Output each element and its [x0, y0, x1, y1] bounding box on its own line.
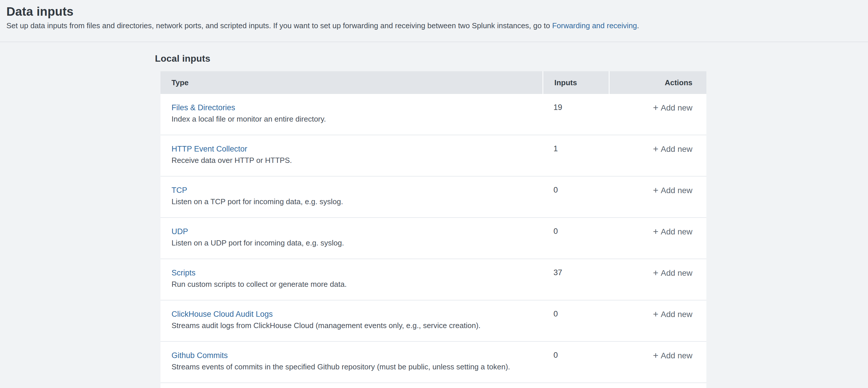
- table-row: ClickHouse Cloud Audit Logs Streams audi…: [160, 300, 706, 342]
- table-row-partial: [160, 383, 706, 388]
- plus-icon: +: [653, 350, 658, 361]
- type-cell: Github Commits Streams events of commits…: [160, 342, 542, 383]
- actions-cell: +Add new: [609, 300, 706, 341]
- type-link[interactable]: Scripts: [172, 268, 196, 277]
- table-row: Github Commits Streams events of commits…: [160, 342, 706, 383]
- row-description: Streams audit logs from ClickHouse Cloud…: [172, 321, 542, 330]
- inputs-count: 19: [542, 94, 609, 135]
- type-cell: Scripts Run custom scripts to collect or…: [160, 259, 542, 300]
- table-row: HTTP Event Collector Receive data over H…: [160, 135, 706, 177]
- table-row: Files & Directories Index a local file o…: [160, 94, 706, 135]
- subtitle-text: Set up data inputs from files and direct…: [6, 21, 552, 30]
- actions-cell: +Add new: [609, 135, 706, 176]
- inputs-count: 0: [542, 342, 609, 383]
- plus-icon: +: [653, 185, 658, 196]
- add-new-link[interactable]: +Add new: [653, 103, 692, 112]
- actions-cell: +Add new: [609, 94, 706, 135]
- column-header-actions: Actions: [609, 71, 706, 94]
- add-new-label: Add new: [661, 103, 692, 112]
- inputs-count: 37: [542, 259, 609, 300]
- table-row: Scripts Run custom scripts to collect or…: [160, 259, 706, 300]
- add-new-link[interactable]: +Add new: [653, 145, 692, 154]
- add-new-link[interactable]: +Add new: [653, 310, 692, 319]
- row-description: Listen on a UDP port for incoming data, …: [172, 239, 542, 247]
- row-description: Streams events of commits in the specifi…: [172, 362, 542, 371]
- plus-icon: +: [653, 102, 658, 113]
- actions-cell: +Add new: [609, 218, 706, 259]
- table-row: UDP Listen on a UDP port for incoming da…: [160, 218, 706, 259]
- actions-cell: +Add new: [609, 342, 706, 383]
- page-subtitle: Set up data inputs from files and direct…: [6, 21, 868, 31]
- plus-icon: +: [653, 268, 658, 278]
- column-header-inputs: Inputs: [542, 71, 609, 94]
- page-header: Data inputs Set up data inputs from file…: [0, 0, 868, 42]
- add-new-label: Add new: [661, 268, 692, 277]
- type-cell: TCP Listen on a TCP port for incoming da…: [160, 177, 542, 217]
- add-new-label: Add new: [661, 351, 692, 360]
- inputs-count: 0: [542, 218, 609, 259]
- add-new-link[interactable]: +Add new: [653, 351, 692, 360]
- row-description: Run custom scripts to collect or generat…: [172, 280, 542, 289]
- row-description: Index a local file or monitor an entire …: [172, 115, 542, 123]
- add-new-label: Add new: [661, 186, 692, 195]
- subtitle-period: .: [637, 21, 639, 30]
- add-new-link[interactable]: +Add new: [653, 268, 692, 277]
- add-new-label: Add new: [661, 310, 692, 319]
- type-link[interactable]: ClickHouse Cloud Audit Logs: [172, 309, 273, 319]
- actions-cell: +Add new: [609, 259, 706, 300]
- inputs-count: 1: [542, 135, 609, 176]
- add-new-label: Add new: [661, 227, 692, 236]
- inputs-count: 0: [542, 300, 609, 341]
- add-new-link[interactable]: +Add new: [653, 186, 692, 195]
- type-cell: HTTP Event Collector Receive data over H…: [160, 135, 542, 176]
- type-link[interactable]: HTTP Event Collector: [172, 144, 247, 154]
- type-cell: UDP Listen on a UDP port for incoming da…: [160, 218, 542, 259]
- type-cell: Files & Directories Index a local file o…: [160, 94, 542, 135]
- type-link[interactable]: TCP: [172, 185, 187, 195]
- type-link[interactable]: Github Commits: [172, 351, 228, 360]
- plus-icon: +: [653, 226, 658, 237]
- local-inputs-table: Type Inputs Actions Files & Directories …: [160, 71, 706, 388]
- add-new-link[interactable]: +Add new: [653, 227, 692, 236]
- page-title: Data inputs: [6, 5, 868, 19]
- data-inputs-page: Data inputs Set up data inputs from file…: [0, 0, 868, 388]
- add-new-label: Add new: [661, 145, 692, 154]
- row-description: Receive data over HTTP or HTTPS.: [172, 156, 542, 165]
- plus-icon: +: [653, 309, 658, 320]
- plus-icon: +: [653, 144, 658, 154]
- column-header-type: Type: [160, 71, 542, 94]
- inputs-count: 0: [542, 177, 609, 217]
- type-link[interactable]: Files & Directories: [172, 103, 235, 112]
- forwarding-and-receiving-link[interactable]: Forwarding and receiving: [552, 21, 637, 30]
- main-content: Local inputs Type Inputs Actions Files &…: [0, 53, 868, 388]
- section-heading: Local inputs: [155, 53, 868, 64]
- table-row: TCP Listen on a TCP port for incoming da…: [160, 177, 706, 218]
- table-header-row: Type Inputs Actions: [160, 71, 706, 94]
- type-cell: ClickHouse Cloud Audit Logs Streams audi…: [160, 300, 542, 341]
- actions-cell: +Add new: [609, 177, 706, 217]
- type-link[interactable]: UDP: [172, 227, 188, 236]
- row-description: Listen on a TCP port for incoming data, …: [172, 197, 542, 206]
